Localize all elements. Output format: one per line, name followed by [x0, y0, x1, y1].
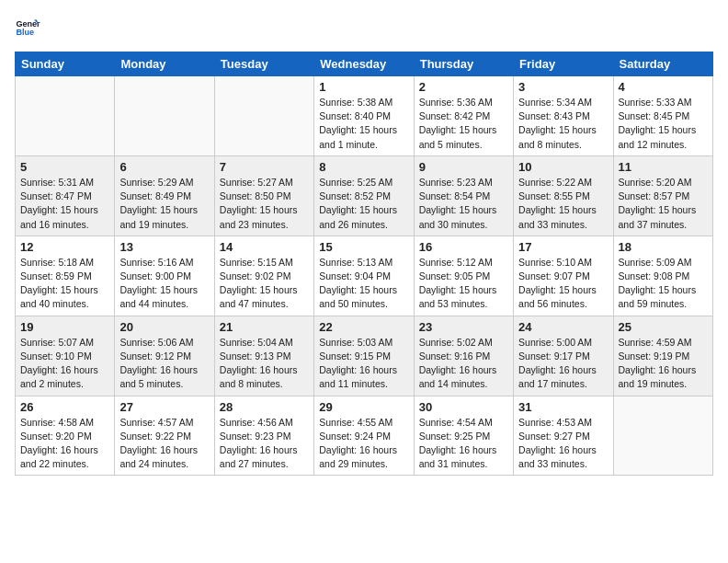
day-info: Sunrise: 4:54 AM Sunset: 9:25 PM Dayligh… [419, 416, 508, 472]
day-number: 24 [518, 320, 608, 334]
day-info: Sunrise: 5:15 AM Sunset: 9:02 PM Dayligh… [220, 256, 309, 312]
day-number: 13 [119, 240, 209, 254]
calendar-table: SundayMondayTuesdayWednesdayThursdayFrid… [15, 52, 713, 476]
day-number: 31 [518, 400, 608, 414]
calendar-cell: 14Sunrise: 5:15 AM Sunset: 9:02 PM Dayli… [214, 236, 313, 316]
calendar-cell: 12Sunrise: 5:18 AM Sunset: 8:59 PM Dayli… [16, 236, 115, 316]
calendar-cell: 23Sunrise: 5:02 AM Sunset: 9:16 PM Dayli… [414, 316, 513, 396]
calendar-week-row: 5Sunrise: 5:31 AM Sunset: 8:47 PM Daylig… [16, 155, 713, 236]
calendar-cell: 9Sunrise: 5:23 AM Sunset: 8:54 PM Daylig… [414, 155, 513, 236]
calendar-cell [613, 396, 712, 476]
logo: General Blue [15, 15, 44, 40]
day-number: 22 [319, 320, 408, 334]
day-number: 2 [419, 80, 508, 94]
day-info: Sunrise: 5:06 AM Sunset: 9:12 PM Dayligh… [119, 336, 209, 392]
calendar-cell: 31Sunrise: 4:53 AM Sunset: 9:27 PM Dayli… [514, 396, 613, 476]
day-number: 19 [20, 320, 109, 334]
day-number: 14 [220, 240, 309, 254]
calendar-cell: 6Sunrise: 5:29 AM Sunset: 8:49 PM Daylig… [115, 155, 214, 236]
day-number: 10 [518, 160, 608, 174]
day-number: 23 [419, 320, 508, 334]
day-number: 9 [419, 160, 508, 174]
calendar-cell: 20Sunrise: 5:06 AM Sunset: 9:12 PM Dayli… [115, 316, 214, 396]
calendar-cell [115, 76, 214, 156]
day-number: 6 [119, 160, 209, 174]
calendar-cell: 7Sunrise: 5:27 AM Sunset: 8:50 PM Daylig… [214, 155, 313, 236]
day-of-week-header: Sunday [16, 52, 115, 76]
day-number: 16 [419, 240, 508, 254]
day-info: Sunrise: 5:25 AM Sunset: 8:52 PM Dayligh… [319, 176, 408, 232]
day-number: 28 [220, 400, 309, 414]
calendar-week-row: 1Sunrise: 5:38 AM Sunset: 8:40 PM Daylig… [16, 76, 713, 156]
day-info: Sunrise: 4:53 AM Sunset: 9:27 PM Dayligh… [518, 416, 608, 472]
calendar-cell: 4Sunrise: 5:33 AM Sunset: 8:45 PM Daylig… [613, 76, 712, 156]
day-of-week-header: Wednesday [314, 52, 414, 76]
day-number: 3 [518, 80, 608, 94]
calendar-cell: 24Sunrise: 5:00 AM Sunset: 9:17 PM Dayli… [514, 316, 613, 396]
day-info: Sunrise: 4:57 AM Sunset: 9:22 PM Dayligh… [119, 416, 209, 472]
day-number: 12 [20, 240, 109, 254]
day-info: Sunrise: 5:13 AM Sunset: 9:04 PM Dayligh… [319, 256, 408, 312]
calendar-cell [16, 76, 115, 156]
day-number: 17 [518, 240, 608, 254]
calendar-cell: 15Sunrise: 5:13 AM Sunset: 9:04 PM Dayli… [314, 236, 414, 316]
calendar-cell: 22Sunrise: 5:03 AM Sunset: 9:15 PM Dayli… [314, 316, 414, 396]
day-info: Sunrise: 5:18 AM Sunset: 8:59 PM Dayligh… [20, 256, 109, 312]
day-info: Sunrise: 5:09 AM Sunset: 9:08 PM Dayligh… [619, 256, 708, 312]
calendar-cell: 5Sunrise: 5:31 AM Sunset: 8:47 PM Daylig… [16, 155, 115, 236]
calendar-cell: 28Sunrise: 4:56 AM Sunset: 9:23 PM Dayli… [214, 396, 313, 476]
day-info: Sunrise: 5:38 AM Sunset: 8:40 PM Dayligh… [319, 96, 408, 152]
calendar-cell: 25Sunrise: 4:59 AM Sunset: 9:19 PM Dayli… [613, 316, 712, 396]
day-info: Sunrise: 5:36 AM Sunset: 8:42 PM Dayligh… [419, 96, 508, 152]
day-info: Sunrise: 4:55 AM Sunset: 9:24 PM Dayligh… [319, 416, 408, 472]
day-number: 18 [619, 240, 708, 254]
day-info: Sunrise: 5:16 AM Sunset: 9:00 PM Dayligh… [119, 256, 209, 312]
day-info: Sunrise: 5:29 AM Sunset: 8:49 PM Dayligh… [119, 176, 209, 232]
day-info: Sunrise: 5:00 AM Sunset: 9:17 PM Dayligh… [518, 336, 608, 392]
day-info: Sunrise: 4:58 AM Sunset: 9:20 PM Dayligh… [20, 416, 109, 472]
day-number: 29 [319, 400, 408, 414]
day-of-week-header: Friday [514, 52, 613, 76]
day-number: 21 [220, 320, 309, 334]
day-of-week-header: Saturday [613, 52, 712, 76]
day-info: Sunrise: 5:33 AM Sunset: 8:45 PM Dayligh… [619, 96, 708, 152]
calendar-cell: 2Sunrise: 5:36 AM Sunset: 8:42 PM Daylig… [414, 76, 513, 156]
day-number: 27 [119, 400, 209, 414]
svg-text:Blue: Blue [16, 28, 34, 37]
calendar-week-row: 19Sunrise: 5:07 AM Sunset: 9:10 PM Dayli… [16, 316, 713, 396]
day-info: Sunrise: 5:23 AM Sunset: 8:54 PM Dayligh… [419, 176, 508, 232]
day-number: 30 [419, 400, 508, 414]
day-info: Sunrise: 5:07 AM Sunset: 9:10 PM Dayligh… [20, 336, 109, 392]
calendar-cell: 1Sunrise: 5:38 AM Sunset: 8:40 PM Daylig… [314, 76, 414, 156]
logo-icon: General Blue [15, 15, 40, 40]
calendar-cell: 17Sunrise: 5:10 AM Sunset: 9:07 PM Dayli… [514, 236, 613, 316]
day-info: Sunrise: 5:03 AM Sunset: 9:15 PM Dayligh… [319, 336, 408, 392]
day-number: 11 [619, 160, 708, 174]
day-info: Sunrise: 5:02 AM Sunset: 9:16 PM Dayligh… [419, 336, 508, 392]
page-header: General Blue [15, 15, 713, 40]
day-info: Sunrise: 5:20 AM Sunset: 8:57 PM Dayligh… [619, 176, 708, 232]
calendar-cell: 8Sunrise: 5:25 AM Sunset: 8:52 PM Daylig… [314, 155, 414, 236]
day-of-week-header: Tuesday [214, 52, 313, 76]
day-info: Sunrise: 5:22 AM Sunset: 8:55 PM Dayligh… [518, 176, 608, 232]
calendar-cell: 19Sunrise: 5:07 AM Sunset: 9:10 PM Dayli… [16, 316, 115, 396]
day-info: Sunrise: 4:59 AM Sunset: 9:19 PM Dayligh… [619, 336, 708, 392]
calendar-cell: 21Sunrise: 5:04 AM Sunset: 9:13 PM Dayli… [214, 316, 313, 396]
day-info: Sunrise: 5:10 AM Sunset: 9:07 PM Dayligh… [518, 256, 608, 312]
day-info: Sunrise: 5:27 AM Sunset: 8:50 PM Dayligh… [220, 176, 309, 232]
day-number: 4 [619, 80, 708, 94]
calendar-cell: 11Sunrise: 5:20 AM Sunset: 8:57 PM Dayli… [613, 155, 712, 236]
day-number: 7 [220, 160, 309, 174]
day-number: 5 [20, 160, 109, 174]
calendar-cell: 13Sunrise: 5:16 AM Sunset: 9:00 PM Dayli… [115, 236, 214, 316]
day-number: 1 [319, 80, 408, 94]
calendar-cell: 27Sunrise: 4:57 AM Sunset: 9:22 PM Dayli… [115, 396, 214, 476]
day-info: Sunrise: 4:56 AM Sunset: 9:23 PM Dayligh… [220, 416, 309, 472]
day-info: Sunrise: 5:12 AM Sunset: 9:05 PM Dayligh… [419, 256, 508, 312]
day-info: Sunrise: 5:34 AM Sunset: 8:43 PM Dayligh… [518, 96, 608, 152]
day-number: 26 [20, 400, 109, 414]
calendar-cell: 30Sunrise: 4:54 AM Sunset: 9:25 PM Dayli… [414, 396, 513, 476]
calendar-week-row: 26Sunrise: 4:58 AM Sunset: 9:20 PM Dayli… [16, 396, 713, 476]
calendar-week-row: 12Sunrise: 5:18 AM Sunset: 8:59 PM Dayli… [16, 236, 713, 316]
day-of-week-header: Thursday [414, 52, 513, 76]
